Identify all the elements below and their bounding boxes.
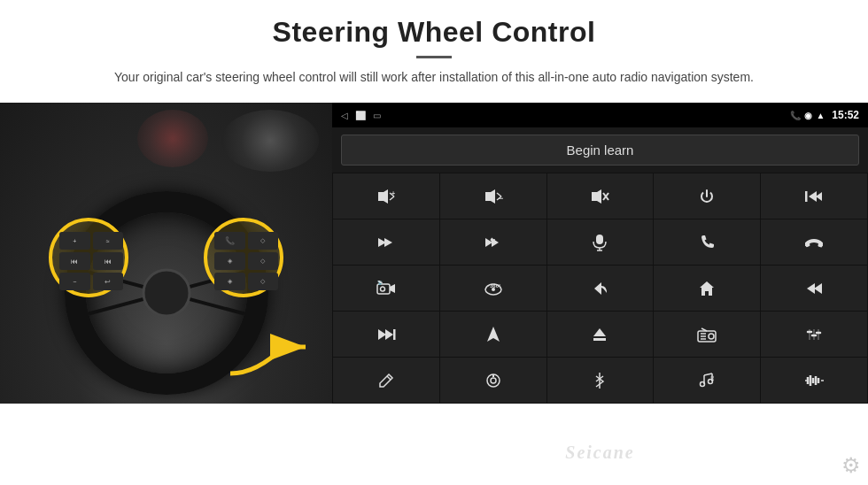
- svg-line-3: [390, 196, 394, 200]
- vol-up-icon: +: [376, 189, 396, 204]
- vol-up-button[interactable]: +: [333, 173, 439, 219]
- location-status-icon: ◉: [804, 111, 812, 120]
- svg-marker-9: [592, 189, 601, 204]
- status-nav-icons: ◁ ⬜ ▭: [341, 111, 381, 120]
- svg-text:360°: 360°: [490, 283, 501, 289]
- status-right-icons: 📞 ◉ ▲ 15:52: [790, 109, 859, 121]
- title-divider: [416, 56, 452, 58]
- svg-marker-37: [378, 329, 386, 340]
- next-track-icon: [376, 235, 396, 250]
- svg-rect-22: [596, 235, 603, 244]
- navigate-icon: [486, 326, 500, 343]
- phone-status-icon: 📞: [790, 111, 801, 120]
- power-button[interactable]: [654, 173, 760, 219]
- skip-back-icon: [804, 281, 824, 296]
- svg-point-29: [380, 287, 384, 291]
- android-panel: ◁ ⬜ ▭ 📞 ◉ ▲ 15:52 Begin learn: [332, 103, 868, 404]
- svg-rect-42: [593, 338, 606, 341]
- 360-icon: 360°: [483, 280, 504, 297]
- settings-knob-button[interactable]: [440, 358, 546, 403]
- waveform-button[interactable]: [761, 358, 867, 403]
- steering-wheel-image: + ≈ ⏮ ⏮ − ↩ 📞 ◇ ◈ ◇ ◈ ◇: [0, 103, 332, 404]
- svg-text:+: +: [391, 190, 395, 196]
- hang-up-icon: [805, 235, 823, 250]
- controls-grid: + −: [332, 173, 868, 404]
- camera-button[interactable]: 📡: [333, 266, 439, 311]
- page-container: Steering Wheel Control Your original car…: [0, 0, 868, 485]
- svg-marker-35: [814, 283, 822, 294]
- fast-forward-icon: [376, 327, 396, 342]
- svg-point-62: [701, 381, 705, 386]
- eject-button[interactable]: [547, 312, 654, 357]
- eject-icon: [592, 327, 608, 343]
- gear-icon[interactable]: ⚙: [841, 453, 861, 477]
- seicane-watermark: Seicane: [565, 443, 634, 463]
- scan-forward-button[interactable]: [440, 219, 546, 265]
- phone-call-button[interactable]: [654, 219, 760, 265]
- home-icon: [698, 280, 716, 297]
- equalizer-icon: [805, 327, 823, 343]
- android-panel-wrapper: ◁ ⬜ ▭ 📞 ◉ ▲ 15:52 Begin learn: [332, 103, 868, 485]
- svg-rect-27: [377, 284, 390, 294]
- radio-button[interactable]: [654, 312, 760, 357]
- recents-nav-icon: ▭: [373, 111, 381, 120]
- music-button[interactable]: ⚙: [654, 358, 760, 403]
- svg-marker-1: [378, 189, 388, 204]
- vol-down-button[interactable]: −: [440, 173, 546, 219]
- header-section: Steering Wheel Control Your original car…: [0, 0, 868, 96]
- arrow-indicator: [221, 329, 319, 390]
- page-title: Steering Wheel Control: [53, 16, 815, 49]
- status-time: 15:52: [832, 109, 859, 121]
- begin-learn-row: Begin learn: [332, 127, 868, 173]
- gear-icon-container[interactable]: ⚙: [841, 453, 861, 478]
- svg-text:⚙: ⚙: [710, 374, 715, 380]
- hang-up-button[interactable]: [761, 219, 867, 265]
- svg-marker-36: [807, 283, 815, 294]
- scan-forward-icon: [484, 235, 503, 250]
- svg-marker-38: [385, 329, 393, 340]
- waveform-icon: [804, 373, 824, 389]
- prev-track-icon: [804, 189, 824, 204]
- equalizer-button[interactable]: [761, 312, 867, 357]
- highlight-right: 📞 ◇ ◈ ◇ ◈ ◇: [204, 218, 283, 297]
- bluetooth-icon: [593, 372, 606, 389]
- vol-down-icon: −: [484, 189, 503, 204]
- settings-knob-icon: [485, 373, 501, 389]
- svg-marker-5: [485, 189, 495, 204]
- back-nav-icon: ◁: [341, 111, 348, 120]
- fast-forward-button[interactable]: [333, 312, 439, 357]
- svg-line-54: [387, 376, 391, 380]
- skip-back-button[interactable]: [761, 266, 867, 311]
- music-icon: ⚙: [698, 372, 716, 389]
- svg-marker-16: [384, 238, 392, 247]
- vol-mute-button[interactable]: [547, 173, 654, 219]
- svg-marker-40: [487, 327, 500, 342]
- home-nav-icon: ⬜: [355, 111, 366, 120]
- svg-marker-28: [390, 284, 395, 293]
- highlight-left: + ≈ ⏮ ⏮ − ↩: [49, 218, 128, 297]
- svg-marker-34: [700, 281, 714, 296]
- prev-track-button[interactable]: [761, 173, 867, 219]
- bluetooth-button[interactable]: [547, 358, 654, 403]
- begin-learn-button[interactable]: Begin learn: [341, 135, 859, 166]
- vol-mute-icon: [590, 189, 609, 204]
- microphone-icon: [593, 234, 607, 251]
- next-track-button[interactable]: [333, 219, 439, 265]
- 360-button[interactable]: 360°: [440, 266, 546, 311]
- navigate-button[interactable]: [440, 312, 546, 357]
- svg-text:−: −: [499, 194, 503, 203]
- svg-marker-41: [593, 328, 606, 336]
- svg-marker-13: [809, 191, 817, 202]
- svg-point-44: [709, 334, 714, 339]
- pen-icon: [378, 373, 394, 389]
- camera-icon: 📡: [376, 281, 396, 296]
- status-bar: ◁ ⬜ ▭ 📞 ◉ ▲ 15:52: [332, 103, 868, 127]
- home-button[interactable]: [654, 266, 760, 311]
- svg-marker-14: [816, 192, 822, 201]
- svg-rect-39: [393, 329, 396, 340]
- pen-button[interactable]: [333, 358, 439, 403]
- subtitle-text: Your original car's steering wheel contr…: [89, 67, 779, 87]
- power-icon: [699, 189, 715, 204]
- microphone-button[interactable]: [547, 219, 654, 265]
- back-button[interactable]: [547, 266, 654, 311]
